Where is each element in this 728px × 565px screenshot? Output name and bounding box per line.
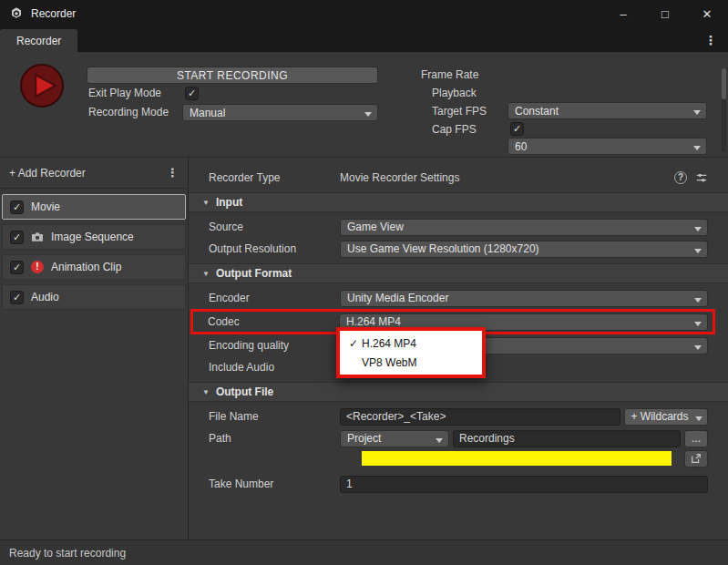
encoder-row: Encoder Unity Media Encoder xyxy=(189,287,728,309)
source-row: Source Game View xyxy=(189,216,728,238)
tab-recorder[interactable]: Recorder xyxy=(0,29,77,52)
input-section-header[interactable]: ▼ Input xyxy=(189,192,728,212)
codec-label: Codec xyxy=(208,315,339,328)
title-bar: Recorder – □ ✕ xyxy=(0,0,728,27)
status-bar: Ready to start recording xyxy=(0,539,728,565)
toolbar-scrollbar[interactable] xyxy=(722,68,726,152)
play-button[interactable] xyxy=(18,62,66,112)
path-input[interactable]: Recordings xyxy=(453,430,681,447)
open-external-icon xyxy=(691,453,702,464)
include-audio-label: Include Audio xyxy=(209,361,340,374)
recording-mode-dropdown[interactable]: Manual xyxy=(182,104,378,121)
recorder-window: Recorder – □ ✕ Recorder ⋮ START RECORDIN… xyxy=(0,0,728,565)
output-resolution-value: Use Game View Resolution (1280x720) xyxy=(347,242,539,255)
recorder-item-label: Image Sequence xyxy=(51,231,134,243)
error-icon: ! xyxy=(31,261,44,273)
recorder-item-audio[interactable]: ✓ Audio xyxy=(2,284,186,310)
source-label: Source xyxy=(209,221,340,233)
recorder-item-label: Movie xyxy=(31,200,60,213)
encoder-value: Unity Media Encoder xyxy=(347,292,448,304)
open-path-button[interactable] xyxy=(684,450,708,467)
foldout-arrow-icon: ▼ xyxy=(202,199,210,207)
playback-label: Playback xyxy=(432,85,477,102)
file-name-input[interactable]: <Recorder>_<Take> xyxy=(340,408,620,426)
file-name-row: File Name <Recorder>_<Take> + Wildcards xyxy=(189,406,728,427)
browse-button[interactable]: ... xyxy=(684,430,708,447)
path-preview-row xyxy=(189,449,728,467)
close-button[interactable]: ✕ xyxy=(686,0,728,27)
recorder-list-menu-icon[interactable]: ⋮ xyxy=(167,166,179,180)
minimize-button[interactable]: – xyxy=(602,0,644,27)
recorder-item-movie[interactable]: ✓ Movie xyxy=(2,194,186,220)
source-value: Game View xyxy=(347,221,404,233)
source-dropdown[interactable]: Game View xyxy=(340,219,708,236)
frame-rate-header: Frame Rate xyxy=(421,67,478,84)
add-recorder-header: + Add Recorder ⋮ xyxy=(0,158,188,189)
add-recorder-button[interactable]: + Add Recorder xyxy=(9,167,86,180)
path-row: Path Project Recordings ... xyxy=(189,427,728,449)
content-area: + Add Recorder ⋮ ✓ Movie ✓ Imag xyxy=(0,157,728,539)
check-icon: ✓ xyxy=(188,88,196,98)
output-file-section-label: Output File xyxy=(216,385,273,398)
cap-fps-checkbox[interactable]: ✓ xyxy=(510,122,524,136)
output-format-section-label: Output Format xyxy=(216,267,292,280)
path-root-dropdown[interactable]: Project xyxy=(340,430,449,447)
recorder-list-panel: + Add Recorder ⋮ ✓ Movie ✓ Imag xyxy=(0,158,189,539)
image-sequence-checkbox[interactable]: ✓ xyxy=(10,231,24,244)
audio-checkbox[interactable]: ✓ xyxy=(10,291,24,304)
recorder-settings-panel: Recorder Type Movie Recorder Settings ? xyxy=(189,158,728,539)
playback-value: Constant xyxy=(515,105,559,118)
codec-option-label: VP8 WebM xyxy=(362,356,416,369)
tab-menu-icon[interactable]: ⋮ xyxy=(693,33,728,47)
recorder-list: ✓ Movie ✓ Image Sequence ✓ ! xyxy=(0,189,188,315)
camera-icon xyxy=(31,231,44,242)
recorder-item-label: Audio xyxy=(31,291,59,303)
exit-play-mode-label: Exit Play Mode xyxy=(88,85,161,102)
output-format-section-header[interactable]: ▼ Output Format xyxy=(189,263,728,283)
foldout-arrow-icon: ▼ xyxy=(202,270,210,278)
tab-recorder-label: Recorder xyxy=(16,35,61,47)
file-name-label: File Name xyxy=(209,410,340,423)
foldout-arrow-icon: ▼ xyxy=(202,388,210,396)
target-fps-label: Target FPS xyxy=(432,103,487,120)
recorder-type-value: Movie Recorder Settings xyxy=(340,171,459,184)
help-icon[interactable]: ? xyxy=(674,171,687,184)
check-icon: ✓ xyxy=(513,124,521,134)
window-title: Recorder xyxy=(31,7,76,20)
exit-play-mode-checkbox[interactable]: ✓ xyxy=(185,87,199,100)
encoder-dropdown[interactable]: Unity Media Encoder xyxy=(340,290,708,307)
recorder-item-animation-clip[interactable]: ✓ ! Animation Clip xyxy=(2,254,186,280)
animation-clip-checkbox[interactable]: ✓ xyxy=(10,261,24,274)
recorder-type-label: Recorder Type xyxy=(209,171,340,184)
check-icon: ✓ xyxy=(13,202,21,212)
recorder-item-image-sequence[interactable]: ✓ Image Sequence xyxy=(2,224,186,250)
output-resolution-dropdown[interactable]: Use Game View Resolution (1280x720) xyxy=(340,241,708,258)
codec-option-label: H.264 MP4 xyxy=(362,337,416,350)
path-root-value: Project xyxy=(347,432,381,445)
window-controls: – □ ✕ xyxy=(602,0,728,27)
recorder-type-row: Recorder Type Movie Recorder Settings ? xyxy=(189,167,728,189)
take-number-input[interactable]: 1 xyxy=(340,476,708,493)
recording-toolbar: START RECORDING Exit Play Mode ✓ Recordi… xyxy=(0,52,728,157)
take-number-row: Take Number 1 xyxy=(189,473,728,495)
output-file-section-header[interactable]: ▼ Output File xyxy=(189,382,728,402)
target-fps-dropdown[interactable]: 60 xyxy=(508,138,707,155)
check-icon: ✓ xyxy=(13,232,21,242)
wildcards-button[interactable]: + Wildcards xyxy=(624,408,708,426)
movie-checkbox[interactable]: ✓ xyxy=(10,200,24,214)
codec-popup-menu: ✓ H.264 MP4 VP8 WebM xyxy=(336,327,486,378)
codec-option-h264[interactable]: ✓ H.264 MP4 xyxy=(340,334,482,353)
target-fps-value: 60 xyxy=(515,140,527,153)
codec-option-vp8[interactable]: VP8 WebM xyxy=(340,353,482,372)
codec-value: H.264 MP4 xyxy=(346,315,401,328)
start-recording-button[interactable]: START RECORDING xyxy=(87,67,378,84)
recording-mode-value: Manual xyxy=(190,107,225,119)
status-text: Ready to start recording xyxy=(9,547,126,560)
maximize-button[interactable]: □ xyxy=(644,0,686,27)
encoding-quality-label: Encoding quality xyxy=(209,339,340,352)
scrollbar-thumb[interactable] xyxy=(722,68,726,99)
recording-mode-label: Recording Mode xyxy=(88,104,169,121)
path-label: Path xyxy=(209,432,340,445)
preset-icon[interactable] xyxy=(695,171,708,184)
playback-dropdown[interactable]: Constant xyxy=(508,102,707,119)
